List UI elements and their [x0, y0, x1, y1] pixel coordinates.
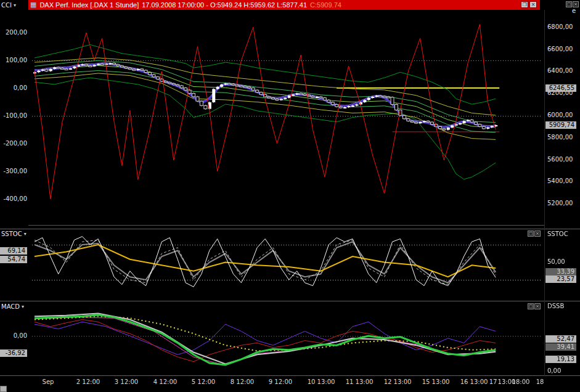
dssb-scale-tick: 0,00 [547, 367, 561, 374]
macd-indicator-dropdown[interactable]: MACD ▾ [1, 303, 24, 310]
chart-icon: ▦ [30, 1, 36, 9]
macd-close-button[interactable]: × [534, 303, 541, 309]
cci-scale-tick: -300,00 [0, 168, 27, 174]
cci-indicator-dropdown[interactable]: CCI ▾ [1, 2, 16, 9]
price-scale-tick: 6400,00 [547, 67, 573, 74]
main-price-chart[interactable] [30, 10, 545, 225]
x-axis-label: 5 12:00 [192, 378, 215, 385]
sstoc-indicator-dropdown[interactable]: SSTOC ▾ [1, 231, 27, 237]
cci-scale-tick: 100,00 [0, 57, 27, 63]
price-badge-last-close: 5909,74 [545, 121, 576, 129]
panel-separator [0, 301, 580, 301]
macd-chart[interactable] [30, 302, 545, 375]
cci-scale-tick: -400,00 [0, 195, 27, 202]
trading-app-window: CCI ▾ ▦ DAX Perf. Index [.DAX 1 Stunde] … [0, 0, 580, 392]
sstoc-close-button[interactable]: × [534, 231, 541, 237]
x-axis-label: 10 [308, 378, 316, 385]
cci-scale-tick: 200,00 [0, 29, 27, 36]
stray-label: e [572, 7, 576, 14]
dssb-value-badge-dim: 39,41 [545, 343, 576, 351]
sstoc-value-badge: 54,74 [0, 256, 27, 263]
price-scale-tick: 5800,00 [547, 134, 573, 141]
sstoc-value-badge: 23,57 [545, 276, 576, 283]
sstoc-indicator-label: SSTOC [1, 231, 22, 237]
x-axis-label: 18:00 [512, 378, 530, 385]
cci-indicator-label: CCI [1, 2, 12, 9]
close-value: C:5909.74 [310, 1, 341, 9]
sstoc-right-label: SSTOC [547, 231, 568, 237]
chart-title-bar[interactable]: ▦ DAX Perf. Index [.DAX 1 Stunde] 17.09.… [28, 0, 540, 10]
macd-indicator-label: MACD [1, 303, 20, 310]
macd-right-label: DSSB [547, 303, 564, 309]
scrollbar-corner[interactable] [0, 386, 7, 392]
sstoc-scale-tick: 50,00 [547, 258, 565, 265]
cci-scale-tick: -100,00 [0, 112, 27, 119]
chevron-down-icon: ▾ [24, 231, 27, 237]
x-axis-label: 2 12:00 [76, 378, 100, 385]
sstoc-chart[interactable] [30, 229, 545, 300]
x-axis-label: 16 [460, 378, 468, 385]
macd-restore-button[interactable]: □ [528, 303, 534, 309]
macd-value-badge: -36,92 [0, 349, 27, 357]
panel-separator [0, 375, 580, 376]
price-scale-tick: 6800,00 [547, 23, 573, 30]
macd-scale-tick: 0,00 [0, 332, 27, 339]
dssb-value-badge: 52,47 [545, 335, 576, 343]
chevron-down-icon: ▾ [22, 304, 24, 309]
sstoc-value-badge-dim: 33,39 [545, 268, 576, 276]
sstoc-restore-button[interactable]: □ [528, 231, 534, 237]
close-app-button[interactable]: × [573, 1, 579, 7]
x-axis-label: 12 [384, 378, 392, 385]
x-axis-label: 9 12:00 [269, 378, 292, 385]
x-axis-label: 13:00 [356, 378, 374, 385]
sstoc-value-badge: 69,14 [0, 247, 27, 255]
price-scale-tick: 6000,00 [547, 112, 573, 118]
x-axis-label: 13:00 [394, 378, 412, 385]
main-panel-red-border [28, 225, 545, 226]
price-scale-tick: 5600,00 [547, 156, 573, 163]
symbol-title: DAX Perf. Index [.DAX 1 Stunde] [39, 1, 139, 9]
price-scale-tick: 5400,00 [547, 178, 573, 184]
close-window-button[interactable]: × [529, 1, 537, 8]
x-axis-label: 11 [346, 378, 354, 385]
dssb-value-badge: 19,13 [545, 356, 576, 363]
x-axis-label: 13:00 [432, 378, 450, 385]
price-badge-yellow-line: 6246,55 [545, 84, 576, 92]
x-axis-label: 3 12:00 [115, 378, 138, 385]
price-scale-tick: 6600,00 [547, 46, 573, 52]
cci-scale-tick: -200,00 [0, 140, 27, 147]
x-axis-label: 15 [422, 378, 430, 385]
x-axis-label: 4 12:00 [153, 378, 177, 385]
plot-right-red-border [544, 10, 545, 376]
restore-window-button[interactable]: ❐ [521, 1, 528, 8]
x-axis-label: 13:00 [317, 378, 335, 385]
x-axis-label: 18 [536, 378, 544, 385]
chevron-down-icon: ▾ [14, 2, 16, 8]
price-scale-tick: 5200,00 [547, 200, 573, 206]
x-axis-label: 17 [489, 378, 497, 385]
restore-app-button[interactable]: □ [566, 1, 572, 7]
x-axis-label: 8 12:00 [231, 378, 254, 385]
x-axis-label: Sep [43, 378, 54, 385]
ohlc-info: 17.09.2008 17:00:00 - O:5949.24 H:5959.6… [142, 1, 307, 9]
x-axis-label: 13:00 [470, 378, 488, 385]
cci-scale-tick: 0,00 [0, 84, 27, 91]
